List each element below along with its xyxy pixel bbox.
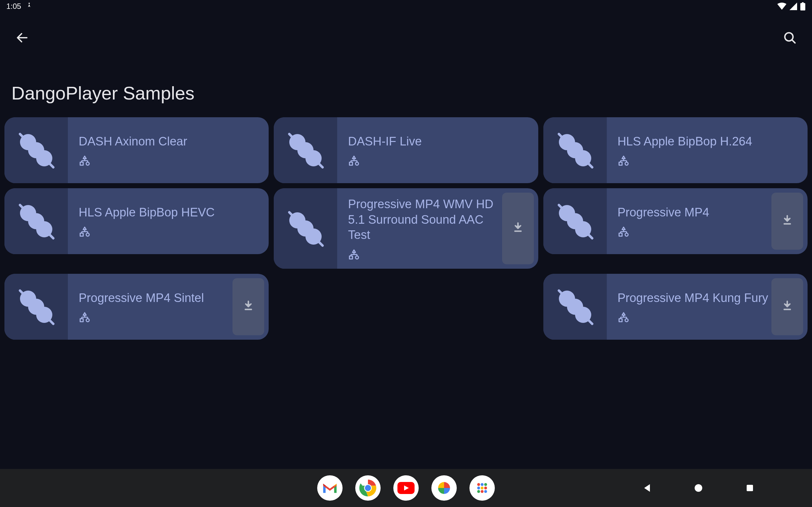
svg-rect-104 bbox=[747, 485, 753, 491]
search-button[interactable] bbox=[780, 29, 799, 48]
svg-point-88 bbox=[625, 319, 628, 322]
svg-point-55 bbox=[356, 256, 359, 259]
svg-point-96 bbox=[484, 483, 487, 486]
status-clock: 1:05 bbox=[6, 2, 21, 11]
photos-app-icon[interactable] bbox=[432, 475, 457, 501]
download-icon bbox=[781, 300, 794, 314]
download-icon bbox=[242, 300, 255, 314]
svg-point-98 bbox=[481, 487, 484, 490]
svg-rect-44 bbox=[80, 233, 84, 236]
svg-point-15 bbox=[86, 162, 90, 165]
sample-card[interactable]: Progressive MP4 Sintel bbox=[4, 274, 269, 340]
chrome-app-icon[interactable] bbox=[355, 475, 380, 501]
download-button[interactable] bbox=[771, 193, 803, 250]
category-icon bbox=[79, 311, 229, 323]
svg-rect-87 bbox=[619, 319, 622, 322]
svg-rect-2 bbox=[802, 2, 803, 3]
sample-card[interactable]: DASH-IF Live bbox=[274, 117, 538, 183]
svg-point-60 bbox=[575, 221, 591, 237]
svg-point-19 bbox=[305, 150, 322, 166]
svg-point-97 bbox=[477, 487, 480, 490]
action-bar bbox=[0, 25, 812, 51]
card-title: DASH Axinom Clear bbox=[79, 134, 265, 149]
svg-point-100 bbox=[477, 490, 480, 493]
card-title: Progressive MP4 bbox=[618, 205, 768, 220]
gmail-app-icon[interactable] bbox=[317, 475, 343, 501]
card-body: HLS Apple BipBop H.264 bbox=[607, 117, 808, 183]
search-icon bbox=[783, 31, 797, 46]
card-body: Progressive MP4 Sintel bbox=[68, 274, 233, 340]
nav-back-button[interactable] bbox=[639, 480, 655, 496]
card-body: DASH-IF Live bbox=[337, 117, 538, 183]
card-body: DASH Axinom Clear bbox=[68, 117, 269, 183]
sample-card[interactable]: DASH Axinom Clear bbox=[4, 117, 269, 183]
dango-icon bbox=[4, 274, 68, 340]
svg-rect-14 bbox=[80, 162, 84, 165]
card-title: Progressive MP4 Sintel bbox=[79, 290, 229, 306]
card-title: Progressive MP4 Kung Fury bbox=[618, 290, 768, 306]
download-icon bbox=[781, 214, 794, 228]
youtube-app-icon[interactable] bbox=[393, 475, 419, 501]
sample-card[interactable]: HLS Apple BipBop H.264 bbox=[543, 117, 808, 183]
svg-line-5 bbox=[792, 40, 795, 43]
sample-card[interactable]: Progressive MP4 WMV HD 5.1 Surround Soun… bbox=[274, 188, 538, 269]
svg-rect-24 bbox=[350, 162, 353, 165]
svg-rect-78 bbox=[245, 308, 252, 310]
svg-point-103 bbox=[695, 484, 702, 492]
download-button[interactable] bbox=[502, 193, 534, 264]
dango-icon bbox=[274, 188, 337, 269]
app-drawer-icon[interactable] bbox=[469, 475, 495, 501]
dango-icon bbox=[543, 274, 607, 340]
battery-icon bbox=[800, 2, 806, 10]
card-body: Progressive MP4 Kung Fury bbox=[607, 274, 771, 340]
svg-rect-89 bbox=[783, 308, 791, 310]
nav-home-button[interactable] bbox=[690, 480, 707, 496]
card-title: Progressive MP4 WMV HD 5.1 Surround Soun… bbox=[348, 196, 499, 243]
card-body: HLS Apple BipBop HEVC bbox=[68, 188, 269, 254]
svg-point-66 bbox=[625, 233, 628, 236]
svg-point-25 bbox=[356, 162, 359, 165]
svg-rect-56 bbox=[514, 230, 521, 232]
category-icon bbox=[618, 311, 768, 323]
card-title: HLS Apple BipBop HEVC bbox=[79, 205, 265, 220]
svg-rect-54 bbox=[350, 256, 353, 259]
svg-point-29 bbox=[575, 150, 591, 166]
card-title: DASH-IF Live bbox=[348, 134, 535, 149]
sample-card[interactable]: HLS Apple BipBop HEVC bbox=[4, 188, 269, 254]
svg-rect-76 bbox=[80, 319, 84, 322]
arrow-back-icon bbox=[15, 31, 29, 46]
svg-rect-65 bbox=[619, 233, 622, 236]
dango-icon bbox=[274, 117, 337, 183]
svg-point-101 bbox=[481, 490, 484, 493]
svg-rect-1 bbox=[800, 3, 805, 10]
svg-point-92 bbox=[365, 485, 371, 491]
status-bar: 1:05 bbox=[0, 0, 812, 13]
sample-card[interactable]: Progressive MP4 bbox=[543, 188, 808, 254]
nav-recents-button[interactable] bbox=[742, 480, 758, 496]
dango-icon bbox=[4, 117, 68, 183]
page-title: DangoPlayer Samples bbox=[11, 82, 194, 104]
dango-icon bbox=[543, 188, 607, 254]
sample-card[interactable]: Progressive MP4 Kung Fury bbox=[543, 274, 808, 340]
svg-point-49 bbox=[305, 228, 322, 245]
card-title: HLS Apple BipBop H.264 bbox=[618, 134, 804, 149]
sample-grid: DASH Axinom Clear DASH-IF Live HLS Apple… bbox=[4, 117, 808, 340]
download-button[interactable] bbox=[233, 278, 264, 335]
favorites-tray bbox=[317, 475, 495, 501]
android-nav-bar bbox=[0, 469, 812, 507]
svg-point-0 bbox=[29, 3, 30, 4]
dango-icon bbox=[4, 188, 68, 254]
download-icon bbox=[512, 222, 524, 235]
download-button[interactable] bbox=[771, 278, 803, 335]
svg-rect-67 bbox=[783, 223, 791, 224]
svg-point-82 bbox=[575, 307, 591, 323]
back-button[interactable] bbox=[13, 29, 32, 48]
category-icon bbox=[618, 226, 768, 238]
location-icon bbox=[26, 2, 33, 11]
card-body: Progressive MP4 bbox=[607, 188, 771, 254]
category-icon bbox=[348, 155, 535, 167]
svg-point-94 bbox=[477, 483, 480, 486]
svg-point-102 bbox=[484, 490, 487, 493]
category-icon bbox=[79, 155, 265, 167]
svg-point-95 bbox=[481, 483, 484, 486]
